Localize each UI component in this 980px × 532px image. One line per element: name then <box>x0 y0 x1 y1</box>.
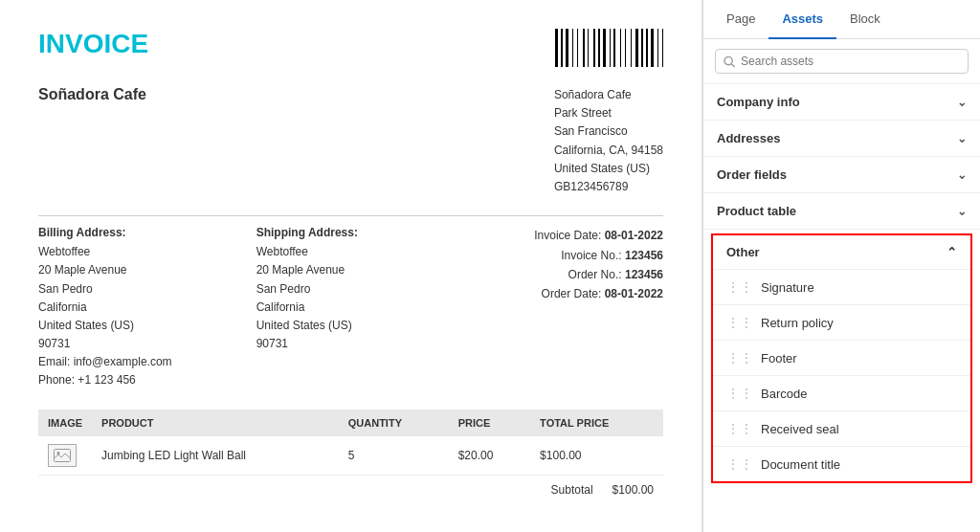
addr-line6: GB123456789 <box>554 178 663 196</box>
svg-point-2 <box>724 56 732 64</box>
shipping-postal: 90731 <box>256 335 446 353</box>
shipping-country: United States (US) <box>256 317 446 335</box>
section-addresses-label: Addresses <box>717 131 780 145</box>
search-input[interactable] <box>741 55 960 68</box>
addr-line1: Soñadora Cafe <box>554 86 663 104</box>
asset-item-return-policy[interactable]: ⋮⋮ Return policy <box>713 304 970 340</box>
chevron-down-icon: ⌄ <box>957 96 967 109</box>
asset-item-document-title[interactable]: ⋮⋮ Document title <box>713 446 970 481</box>
order-date: Order Date: 08-01-2022 <box>474 284 663 303</box>
shipping-text: Webtoffee 20 Maple Avenue San Pedro Cali… <box>256 243 446 353</box>
company-address-right: Soñadora Cafe Park Street San Francisco … <box>554 86 663 196</box>
asset-label-barcode: Barcode <box>761 387 807 401</box>
tab-page[interactable]: Page <box>713 0 768 39</box>
company-info-row: Soñadora Cafe Soñadora Cafe Park Street … <box>38 86 663 196</box>
asset-item-barcode[interactable]: ⋮⋮ Barcode <box>713 375 970 410</box>
drag-icon: ⋮⋮ <box>726 421 753 436</box>
invoice-details: Invoice Date: 08-01-2022 Invoice No.: 12… <box>474 226 663 390</box>
order-no-label: Order No.: <box>568 268 622 281</box>
shipping-label: Shipping Address: <box>256 226 446 239</box>
image-placeholder <box>48 444 77 467</box>
chevron-down-icon: ⌄ <box>957 205 967 218</box>
invoice-area: INVOICE Soñadora Cafe Soñadora Cafe Park… <box>0 0 702 532</box>
billing-name: Webtoffee <box>38 243 228 261</box>
cell-price: $20.00 <box>449 436 530 476</box>
asset-label-footer: Footer <box>761 351 797 366</box>
asset-item-signature[interactable]: ⋮⋮ Signature <box>713 269 970 304</box>
shipping-name: Webtoffee <box>256 243 446 261</box>
order-no: Order No.: 123456 <box>474 265 663 284</box>
invoice-no: Invoice No.: 123456 <box>474 246 663 265</box>
asset-label-received-seal: Received seal <box>761 422 839 436</box>
subtotal-label: Subtotal <box>551 483 593 497</box>
invoice-date: Invoice Date: 08-01-2022 <box>474 226 663 245</box>
section-company-info[interactable]: Company info ⌄ <box>703 84 980 121</box>
billing-block: Billing Address: Webtoffee 20 Maple Aven… <box>38 226 228 390</box>
asset-label-document-title: Document title <box>761 457 840 472</box>
drag-icon: ⋮⋮ <box>726 386 753 401</box>
table-header-row: IMAGE PRODUCT QUANTITY PRICE TOTAL PRICE <box>38 410 663 436</box>
order-no-value: 123456 <box>625 268 663 281</box>
asset-item-received-seal[interactable]: ⋮⋮ Received seal <box>713 410 970 446</box>
search-bar <box>703 39 980 84</box>
divider-1 <box>38 215 663 216</box>
order-date-value: 08-01-2022 <box>605 287 663 300</box>
cell-image <box>38 436 92 476</box>
subtotal-row: Subtotal $100.00 <box>38 476 663 504</box>
other-section-label: Other <box>726 245 760 259</box>
section-product-table[interactable]: Product table ⌄ <box>703 193 980 230</box>
section-company-info-label: Company info <box>717 95 800 109</box>
order-date-label: Order Date: <box>542 287 602 300</box>
drag-icon: ⋮⋮ <box>726 350 753 366</box>
billing-text: Webtoffee 20 Maple Avenue San Pedro Cali… <box>38 243 228 390</box>
invoice-no-value: 123456 <box>625 249 663 262</box>
invoice-header: INVOICE <box>38 29 663 67</box>
other-section: Other ⌃ ⋮⋮ Signature ⋮⋮ Return policy ⋮⋮… <box>711 233 972 483</box>
addr-line5: United States (US) <box>554 160 663 178</box>
billing-info-row: Billing Address: Webtoffee 20 Maple Aven… <box>38 226 663 390</box>
tab-block[interactable]: Block <box>836 0 894 39</box>
drag-icon: ⋮⋮ <box>726 279 753 295</box>
company-name: Soñadora Cafe <box>38 86 146 196</box>
subtotal-value: $100.00 <box>612 483 654 497</box>
shipping-block: Shipping Address: Webtoffee 20 Maple Ave… <box>256 226 446 390</box>
asset-label-return-policy: Return policy <box>761 316 834 330</box>
cell-total: $100.00 <box>530 436 663 476</box>
asset-item-footer[interactable]: ⋮⋮ Footer <box>713 340 970 375</box>
shipping-city: San Pedro <box>256 280 446 299</box>
section-order-fields[interactable]: Order fields ⌄ <box>703 157 980 193</box>
chevron-down-icon: ⌄ <box>957 168 967 182</box>
other-section-header[interactable]: Other ⌃ <box>713 235 970 269</box>
product-table: IMAGE PRODUCT QUANTITY PRICE TOTAL PRICE <box>38 410 663 476</box>
section-order-fields-label: Order fields <box>717 167 787 182</box>
col-image: IMAGE <box>38 410 92 436</box>
cell-quantity: 5 <box>339 436 449 476</box>
search-input-wrap[interactable] <box>715 49 969 74</box>
tab-assets[interactable]: Assets <box>768 0 836 39</box>
billing-country: United States (US) <box>38 317 228 335</box>
table-row: Jumbing LED Light Wall Ball 5 $20.00 $10… <box>38 436 663 476</box>
svg-line-3 <box>731 63 734 66</box>
chevron-up-icon: ⌃ <box>947 245 957 259</box>
section-addresses[interactable]: Addresses ⌄ <box>703 121 980 157</box>
shipping-state: California <box>256 299 446 317</box>
invoice-title: INVOICE <box>38 29 148 59</box>
drag-icon: ⋮⋮ <box>726 315 753 330</box>
addr-line2: Park Street <box>554 104 663 122</box>
shipping-addr1: 20 Maple Avenue <box>256 261 446 279</box>
billing-postal: 90731 <box>38 335 228 353</box>
billing-email: Email: info@example.com <box>38 353 228 371</box>
svg-rect-0 <box>55 449 71 461</box>
invoice-no-label: Invoice No.: <box>561 249 621 262</box>
col-quantity: QUANTITY <box>339 410 449 436</box>
addr-line4: California, CA, 94158 <box>554 142 663 160</box>
asset-label-signature: Signature <box>761 280 814 295</box>
billing-addr1: 20 Maple Avenue <box>38 261 228 279</box>
cell-product: Jumbing LED Light Wall Ball <box>92 436 339 476</box>
invoice-date-label: Invoice Date: <box>534 229 601 242</box>
billing-phone: Phone: +1 123 456 <box>38 371 228 389</box>
col-total: TOTAL PRICE <box>530 410 663 436</box>
search-icon <box>724 55 735 68</box>
sidebar-tabs: Page Assets Block <box>703 0 980 39</box>
barcode-image <box>555 29 663 67</box>
